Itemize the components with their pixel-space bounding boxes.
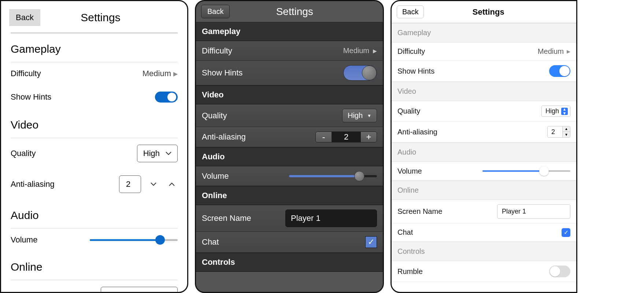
difficulty-value: Medium bbox=[538, 47, 564, 56]
row-quality: Quality High ▲▼ bbox=[392, 101, 576, 122]
screen-name-input[interactable]: Player 1 bbox=[101, 287, 178, 293]
quality-select[interactable]: High ▲▼ bbox=[541, 105, 570, 117]
back-button[interactable]: Back bbox=[397, 5, 424, 18]
antialiasing-spinner: 2 ▲ ▼ bbox=[547, 126, 570, 138]
section-heading-gameplay: Gameplay bbox=[196, 22, 383, 41]
chevron-right-icon: ▶ bbox=[173, 70, 178, 77]
show-hints-label: Show Hints bbox=[397, 67, 434, 75]
header: Back Settings bbox=[1, 1, 187, 33]
settings-panel-ios: Back Settings Gameplay Difficulty Medium… bbox=[391, 0, 577, 293]
chat-label: Chat bbox=[397, 228, 413, 237]
chat-checkbox[interactable]: ✓ bbox=[365, 236, 377, 248]
section-heading-controls: Controls bbox=[196, 253, 383, 272]
page-title: Settings bbox=[40, 11, 161, 24]
row-screen-name: Screen Name Player 1 bbox=[11, 280, 178, 293]
row-antialiasing: Anti-aliasing - 2 + bbox=[196, 127, 383, 147]
difficulty-pulldown[interactable]: Medium ▶ bbox=[143, 69, 178, 78]
row-volume: Volume bbox=[392, 162, 576, 181]
decrement-button[interactable]: - bbox=[316, 132, 332, 142]
row-chat: Chat ✓ bbox=[196, 232, 383, 253]
antialiasing-value[interactable]: 2 bbox=[119, 175, 141, 193]
difficulty-pulldown[interactable]: Medium ▶ bbox=[538, 47, 570, 56]
section-heading-video: Video bbox=[11, 109, 178, 138]
show-hints-toggle[interactable] bbox=[549, 65, 570, 77]
quality-label: Quality bbox=[202, 111, 227, 120]
row-difficulty[interactable]: Difficulty Medium ▶ bbox=[196, 41, 383, 61]
chat-checkbox[interactable]: ✓ bbox=[562, 228, 570, 237]
show-hints-toggle[interactable] bbox=[155, 92, 178, 103]
section-heading-video: Video bbox=[196, 85, 383, 104]
section-heading-gameplay: Gameplay bbox=[11, 33, 178, 62]
slider-thumb[interactable] bbox=[155, 235, 165, 245]
back-button[interactable]: Back bbox=[201, 5, 230, 18]
page-title: Settings bbox=[230, 6, 359, 18]
chevron-right-icon: ▶ bbox=[567, 49, 570, 54]
chat-label: Chat bbox=[202, 237, 219, 247]
decrement-button[interactable]: ▼ bbox=[563, 132, 570, 137]
screen-name-label: Screen Name bbox=[202, 214, 251, 223]
quality-label: Quality bbox=[397, 107, 420, 115]
updown-icon: ▲▼ bbox=[561, 108, 568, 115]
row-rumble: Rumble bbox=[392, 261, 576, 282]
screen-name-input[interactable]: Player 1 bbox=[497, 204, 570, 219]
increment-button[interactable]: + bbox=[360, 132, 377, 142]
quality-select[interactable]: High bbox=[137, 145, 178, 162]
section-heading-audio: Audio bbox=[196, 147, 383, 166]
show-hints-label: Show Hints bbox=[11, 92, 51, 102]
row-show-hints: Show Hints bbox=[11, 85, 178, 109]
section-heading-online: Online bbox=[11, 251, 178, 280]
row-show-hints: Show Hints bbox=[196, 61, 383, 85]
difficulty-pulldown[interactable]: Medium ▶ bbox=[343, 47, 377, 55]
slider-thumb[interactable] bbox=[539, 166, 549, 176]
volume-slider[interactable] bbox=[90, 235, 178, 244]
increment-button[interactable] bbox=[166, 178, 178, 190]
difficulty-value: Medium bbox=[343, 47, 369, 55]
volume-label: Volume bbox=[202, 171, 229, 181]
rumble-label: Rumble bbox=[397, 267, 423, 276]
antialiasing-label: Anti-aliasing bbox=[202, 132, 246, 142]
volume-slider[interactable] bbox=[289, 171, 377, 181]
decrement-button[interactable] bbox=[148, 178, 159, 190]
header: Back Settings bbox=[392, 1, 576, 23]
row-show-hints: Show Hints bbox=[392, 61, 576, 82]
rumble-toggle[interactable] bbox=[549, 266, 570, 277]
show-hints-label: Show Hints bbox=[202, 68, 243, 78]
antialiasing-value[interactable]: 2 bbox=[332, 132, 360, 142]
quality-value: High bbox=[348, 111, 363, 120]
row-difficulty[interactable]: Difficulty Medium ▶ bbox=[392, 42, 576, 61]
difficulty-label: Difficulty bbox=[202, 46, 232, 56]
row-antialiasing: Anti-aliasing 2 ▲ ▼ bbox=[392, 122, 576, 142]
increment-button[interactable]: ▲ bbox=[563, 126, 570, 132]
section-heading-controls: Controls bbox=[392, 242, 576, 261]
section-heading-gameplay: Gameplay bbox=[392, 23, 576, 42]
settings-panel-light: Back Settings Gameplay Difficulty Medium… bbox=[0, 0, 188, 293]
section-heading-audio: Audio bbox=[11, 200, 178, 228]
volume-slider[interactable] bbox=[482, 166, 570, 176]
row-screen-name: Screen Name Player 1 bbox=[392, 200, 576, 223]
quality-select[interactable]: High ▼ bbox=[342, 109, 377, 122]
row-volume: Volume bbox=[196, 166, 383, 186]
row-volume: Volume bbox=[11, 229, 178, 251]
volume-label: Volume bbox=[397, 167, 422, 175]
section-heading-audio: Audio bbox=[392, 142, 576, 162]
settings-panel-dark: Back Settings Gameplay Difficulty Medium… bbox=[195, 0, 384, 293]
header: Back Settings bbox=[196, 1, 383, 22]
screen-name-input[interactable]: Player 1 bbox=[285, 209, 377, 227]
row-difficulty[interactable]: Difficulty Medium ▶ bbox=[11, 62, 178, 85]
section-heading-video: Video bbox=[392, 82, 576, 101]
antialiasing-label: Anti-aliasing bbox=[11, 179, 55, 189]
difficulty-label: Difficulty bbox=[11, 69, 41, 78]
back-button[interactable]: Back bbox=[9, 9, 40, 26]
screen-name-label: Screen Name bbox=[11, 291, 60, 293]
chevron-right-icon: ▶ bbox=[373, 48, 377, 54]
antialiasing-value[interactable]: 2 bbox=[548, 126, 562, 137]
row-antialiasing: Anti-aliasing 2 bbox=[11, 169, 178, 200]
difficulty-value: Medium bbox=[143, 69, 171, 78]
section-heading-online: Online bbox=[196, 186, 383, 205]
row-screen-name: Screen Name Player 1 bbox=[196, 205, 383, 232]
slider-thumb[interactable] bbox=[354, 171, 364, 181]
difficulty-label: Difficulty bbox=[397, 47, 425, 56]
show-hints-toggle[interactable] bbox=[343, 65, 377, 81]
caret-down-icon: ▼ bbox=[367, 113, 371, 118]
page-title: Settings bbox=[424, 7, 553, 17]
